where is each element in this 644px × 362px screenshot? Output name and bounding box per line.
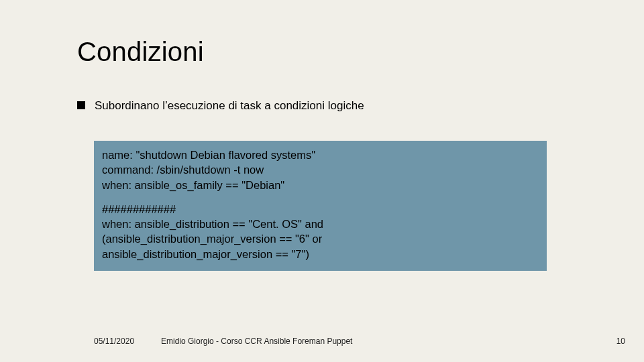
code-line: when: ansible_os_family == "Debian" <box>102 178 539 192</box>
code-line: name: "shutdown Debian flavored systems" <box>102 147 539 162</box>
slide: Condizioni Subordinano l’esecuzione di t… <box>0 0 644 362</box>
code-line: ansible_distribution_major_version == "7… <box>102 247 539 261</box>
page-number: 10 <box>616 337 625 346</box>
footer-date: 05/11/2020 <box>94 337 134 346</box>
bullet-text: Subordinano l’esecuzione di task a condi… <box>95 99 364 113</box>
bullet-item: Subordinano l’esecuzione di task a condi… <box>77 99 364 113</box>
code-gap <box>102 192 539 202</box>
code-line: ############ <box>102 202 539 217</box>
code-line: command: /sbin/shutdown -t now <box>102 162 539 177</box>
slide-title: Condizioni <box>77 37 204 67</box>
footer-author-course: Emidio Giorgio - Corso CCR Ansible Forem… <box>161 337 352 346</box>
code-line: when: ansible_distribution == "Cent. OS"… <box>102 217 539 231</box>
square-bullet-icon <box>77 101 85 109</box>
code-block: name: "shutdown Debian flavored systems"… <box>94 141 547 271</box>
code-line: (ansible_distribution_major_version == "… <box>102 231 539 246</box>
